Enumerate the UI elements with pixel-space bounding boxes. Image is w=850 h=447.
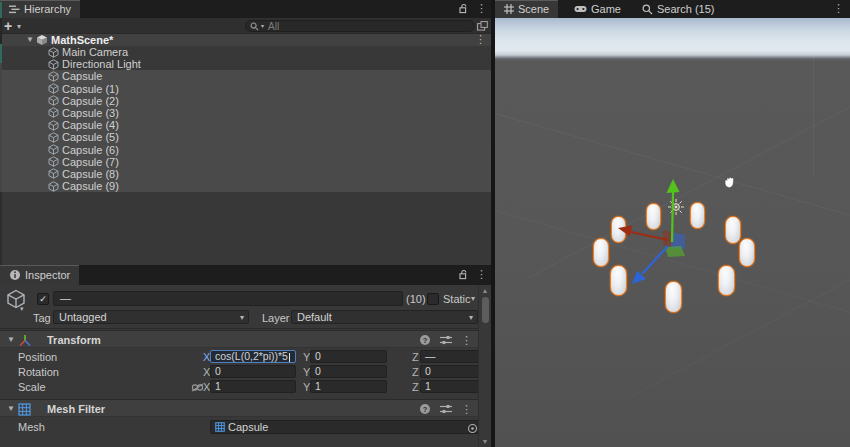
- transform-scale-row: Scale X 1 Y 1 Z 1: [0, 380, 478, 394]
- transform-icon: [18, 334, 32, 347]
- tab-search[interactable]: Search (15): [633, 0, 723, 18]
- inspector-scrollbar[interactable]: ▲ ▼: [478, 285, 491, 447]
- game-controller-icon: [574, 5, 587, 13]
- svg-text:?: ?: [423, 336, 428, 345]
- tag-dropdown[interactable]: Untagged ▾: [53, 310, 249, 324]
- active-checkbox[interactable]: ✓: [37, 293, 49, 305]
- rotation-y-field[interactable]: 0: [310, 365, 387, 378]
- scene-tabbar: Scene Game Search (15) ⋮: [495, 0, 850, 18]
- add-gameobject-button[interactable]: +: [4, 18, 12, 34]
- mesh-filter-icon: [18, 403, 31, 416]
- search-tab-label: Search (15): [657, 3, 714, 15]
- presets-icon[interactable]: [440, 404, 452, 414]
- add-dropdown-caret-icon[interactable]: ▾: [17, 23, 21, 31]
- tab-hierarchy[interactable]: Hierarchy: [0, 0, 80, 18]
- tab-inspector[interactable]: Inspector: [0, 265, 79, 285]
- hierarchy-item[interactable]: Capsule (4): [0, 119, 491, 131]
- gizmo-x-axis[interactable]: [631, 232, 668, 240]
- scene-menu-kebab-icon[interactable]: ⋮: [833, 3, 844, 14]
- static-caret-icon[interactable]: ▾: [471, 295, 475, 303]
- gameobject-cube-icon: [48, 120, 59, 131]
- mesh-row: Mesh Capsule: [0, 420, 478, 434]
- inspector-panel: Inspector ⋮ ▾ ✓ — (10) Static: [0, 265, 491, 447]
- mesh-filter-kebab-icon[interactable]: ⋮: [461, 404, 472, 415]
- tab-scene[interactable]: Scene: [495, 0, 558, 18]
- hierarchy-search-input[interactable]: ▾ All: [245, 20, 475, 32]
- scale-x-field[interactable]: 1: [210, 380, 296, 393]
- hierarchy-item[interactable]: Capsule (7): [0, 156, 491, 168]
- scene-foldout-icon[interactable]: ▼: [26, 36, 34, 44]
- gameobject-cube-icon: [48, 107, 59, 118]
- hierarchy-item[interactable]: Capsule (5): [0, 131, 491, 143]
- window-edge-sliver: [0, 0, 2, 265]
- mouse-cursor-icon: [724, 177, 736, 189]
- position-label: Position: [18, 351, 57, 363]
- mesh-filter-foldout-icon[interactable]: ▼: [7, 405, 15, 413]
- hierarchy-item[interactable]: Capsule: [0, 70, 491, 82]
- position-z-field[interactable]: —: [420, 350, 481, 363]
- hierarchy-item[interactable]: Capsule (8): [0, 168, 491, 180]
- mesh-filter-header[interactable]: ▼ Mesh Filter ?: [0, 399, 478, 417]
- scene-row-kebab-icon[interactable]: ⋮: [475, 34, 486, 45]
- lock-icon[interactable]: [458, 269, 468, 280]
- header-icon-caret[interactable]: ▾: [20, 305, 24, 312]
- inspector-tab-label: Inspector: [25, 269, 70, 281]
- search-filter-caret-icon[interactable]: ▾: [261, 23, 264, 29]
- transform-kebab-icon[interactable]: ⋮: [461, 335, 472, 346]
- hierarchy-item[interactable]: Capsule (1): [0, 83, 491, 95]
- transform-foldout-icon[interactable]: ▼: [7, 336, 15, 344]
- svg-text:?: ?: [423, 405, 428, 414]
- layer-dropdown[interactable]: Default ▾: [291, 310, 478, 324]
- hierarchy-item[interactable]: Capsule (6): [0, 144, 491, 156]
- help-icon[interactable]: ?: [419, 334, 431, 346]
- gizmo-y-arrowhead[interactable]: [667, 179, 680, 193]
- hierarchy-menu-kebab-icon[interactable]: ⋮: [476, 3, 487, 14]
- scene-picker-icon[interactable]: [477, 21, 488, 31]
- position-x-field[interactable]: cos(L(0,2*pi))*5: [210, 350, 296, 363]
- position-y-field[interactable]: 0: [310, 350, 387, 363]
- rotation-z-field[interactable]: 0: [420, 365, 481, 378]
- scale-z-field[interactable]: 1: [420, 380, 481, 393]
- inspector-tabbar: Inspector ⋮: [0, 265, 491, 285]
- gameobject-cube-icon: [48, 144, 59, 155]
- scrollbar-down-icon[interactable]: ▼: [479, 438, 491, 445]
- search-icon: [642, 4, 653, 15]
- move-gizmo[interactable]: [495, 18, 850, 447]
- hierarchy-item[interactable]: Capsule (3): [0, 107, 491, 119]
- gizmo-x-arrowhead[interactable]: [618, 226, 632, 237]
- scrollbar-thumb[interactable]: [482, 297, 489, 323]
- transform-title: Transform: [47, 334, 101, 346]
- gizmo-z-axis[interactable]: [642, 246, 668, 274]
- static-checkbox[interactable]: [427, 293, 439, 305]
- mesh-filter-title: Mesh Filter: [47, 403, 105, 415]
- rotation-x-field[interactable]: 0: [210, 365, 296, 378]
- hierarchy-item[interactable]: Capsule (2): [0, 95, 491, 107]
- help-icon[interactable]: ?: [419, 403, 431, 415]
- tab-game[interactable]: Game: [565, 0, 630, 18]
- hierarchy-tree: ▼ MathScene* ⋮ Main Camera: [0, 34, 491, 265]
- hierarchy-item[interactable]: Directional Light: [0, 58, 491, 70]
- hierarchy-tabbar: Hierarchy ⋮: [0, 0, 491, 18]
- gameobject-name-field[interactable]: —: [53, 291, 403, 306]
- gameobject-cube-icon: [48, 168, 59, 179]
- scrollbar-up-icon[interactable]: ▲: [479, 287, 491, 294]
- transform-header[interactable]: ▼ Transform ?: [0, 330, 478, 348]
- axis-z-label: Z: [412, 351, 419, 363]
- hierarchy-items: Main Camera Directional Light Capsule Ca…: [0, 46, 491, 192]
- lock-icon[interactable]: [458, 3, 468, 14]
- gizmo-y-axis[interactable]: [672, 192, 673, 242]
- presets-icon[interactable]: [440, 335, 452, 345]
- object-picker-icon[interactable]: [467, 423, 478, 434]
- scene-name: MathScene*: [51, 34, 113, 46]
- hierarchy-toolbar: + ▾ ▾ All: [0, 18, 491, 34]
- scale-y-field[interactable]: 1: [310, 380, 387, 393]
- mesh-icon: [215, 422, 225, 432]
- mesh-object-field[interactable]: Capsule: [210, 420, 482, 434]
- scene-tab-label: Scene: [518, 3, 549, 15]
- inspector-menu-kebab-icon[interactable]: ⋮: [476, 269, 487, 280]
- search-placeholder: All: [268, 21, 279, 32]
- scene-viewport[interactable]: [495, 18, 850, 447]
- hierarchy-item[interactable]: Capsule (9): [0, 180, 491, 192]
- scene-header-row[interactable]: ▼ MathScene* ⋮: [0, 34, 491, 46]
- hierarchy-item[interactable]: Main Camera: [0, 46, 491, 58]
